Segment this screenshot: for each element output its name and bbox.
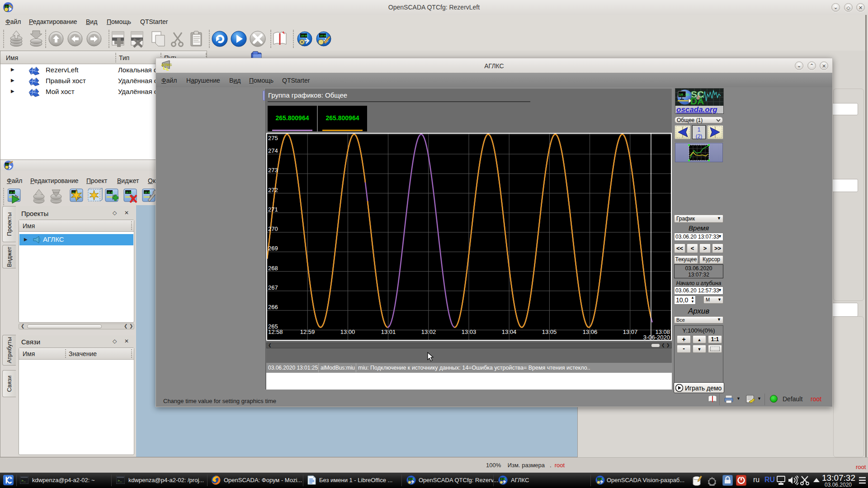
svg-text:274: 274 [268, 147, 278, 154]
svg-text:DA: DA [690, 96, 704, 106]
svg-text:18.95: 18.95 [409, 478, 414, 480]
svg-text:273: 273 [268, 167, 278, 174]
svg-text:13:06: 13:06 [583, 328, 598, 335]
svg-text:13:02: 13:02 [421, 328, 436, 335]
svg-text:13:07: 13:07 [623, 328, 638, 335]
svg-text:13:00: 13:00 [340, 328, 355, 335]
svg-text:>_: >_ [118, 479, 122, 483]
svg-text:oscada.org: oscada.org [676, 105, 717, 113]
svg-text:10.95: 10.95 [679, 93, 690, 97]
svg-text:266: 266 [268, 304, 278, 310]
svg-text:12:59: 12:59 [300, 328, 315, 335]
svg-text:269: 269 [268, 245, 278, 252]
svg-text:271: 271 [268, 206, 278, 213]
svg-text:275: 275 [268, 135, 278, 141]
svg-text:18.95: 18.95 [598, 478, 603, 480]
svg-text:18.95: 18.95 [500, 478, 506, 480]
svg-text:13:01: 13:01 [381, 328, 396, 335]
svg-text:13:04: 13:04 [502, 328, 517, 335]
svg-text:268: 268 [268, 265, 278, 272]
svg-text:12:58: 12:58 [268, 328, 283, 335]
svg-text:270: 270 [268, 225, 278, 232]
svg-text:18.95: 18.95 [9, 191, 16, 194]
svg-text:267: 267 [268, 284, 278, 291]
svg-text:18:95: 18:95 [320, 34, 327, 37]
svg-text:>_: >_ [21, 479, 26, 483]
svg-text:13:05: 13:05 [542, 328, 557, 335]
svg-text:13:03: 13:03 [462, 328, 476, 335]
svg-text:18:95: 18:95 [301, 34, 308, 37]
svg-text:272: 272 [268, 187, 278, 193]
svg-text:3-06-2020: 3-06-2020 [643, 334, 670, 340]
